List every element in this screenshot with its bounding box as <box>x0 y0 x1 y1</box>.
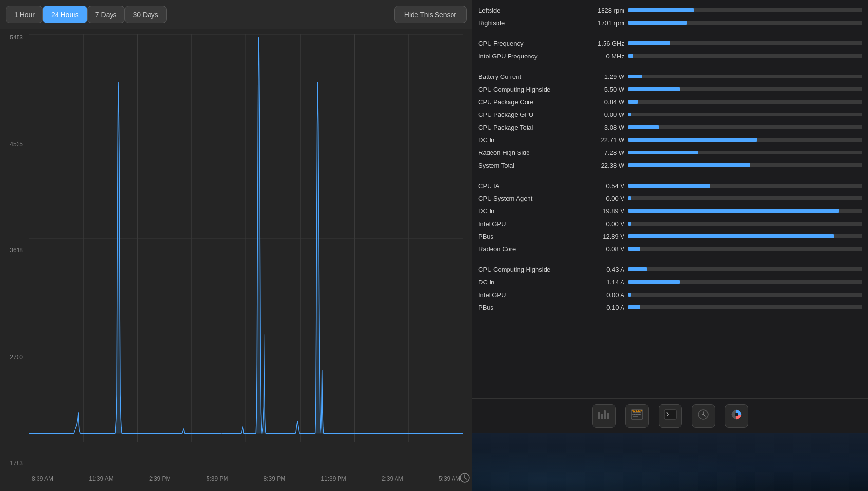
sensor-name-label: System Total <box>478 162 576 169</box>
sensor-row: DC In19.89 V <box>472 205 868 217</box>
sensor-row: CPU IA0.54 V <box>472 179 868 192</box>
sensor-name-label: DC In <box>478 208 576 215</box>
sensor-name-label: PBus <box>478 304 576 311</box>
sensor-row: CPU Package Core0.84 W <box>472 95 868 108</box>
time-button-2[interactable]: 7 Days <box>87 6 125 23</box>
sensor-name-label: Intel GPU Frequency <box>478 53 576 60</box>
sensor-value-label: 7.28 W <box>576 149 624 156</box>
sensor-row: PBus0.10 A <box>472 301 868 314</box>
sensor-bar <box>628 247 640 251</box>
sensor-bar <box>628 125 659 129</box>
sensor-bar-container <box>628 280 862 284</box>
hide-sensor-button[interactable]: Hide This Sensor <box>394 6 467 23</box>
sensor-value-label: 19.89 V <box>576 208 624 215</box>
sensor-bar-container <box>628 125 862 129</box>
sensor-bar-container <box>628 41 862 45</box>
sensor-bar-container <box>628 21 862 25</box>
sensor-value-label: 0.00 V <box>576 220 624 227</box>
sensor-bar-container <box>628 54 862 58</box>
sensor-bar <box>628 41 670 45</box>
sensor-bar <box>628 113 631 116</box>
sensor-name-label: CPU IA <box>478 182 576 189</box>
sensor-name-label: CPU Frequency <box>478 40 576 47</box>
svg-point-40 <box>702 414 704 415</box>
sensor-bar-container <box>628 163 862 167</box>
istatmenus-icon[interactable] <box>725 404 748 428</box>
clock-icon-wrapper <box>459 472 470 485</box>
sensor-row: CPU Package GPU0.00 W <box>472 108 868 121</box>
sensor-row: CPU Computing Highside0.43 A <box>472 263 868 276</box>
sensor-value-label: 5.50 W <box>576 86 624 93</box>
sensor-name-label: CPU Package GPU <box>478 111 576 118</box>
time-buttons: 1 Hour24 Hours7 Days30 Days <box>6 6 167 23</box>
left-panel: 1 Hour24 Hours7 Days30 Days Hide This Se… <box>0 0 472 491</box>
sensor-bar <box>628 100 638 104</box>
sensor-bar-container <box>628 222 862 226</box>
sensor-divider <box>472 64 868 70</box>
sensor-bar <box>628 293 631 297</box>
sensor-value-label: 3.08 W <box>576 124 624 131</box>
sensor-name-label: Battery Current <box>478 73 576 80</box>
sensor-divider <box>472 173 868 179</box>
time-button-3[interactable]: 30 Days <box>125 6 166 23</box>
activity-monitor-icon[interactable] <box>592 404 616 428</box>
dock-bar: WARND LY 7:36 ❯_ <box>472 398 868 433</box>
svg-line-26 <box>465 478 467 479</box>
sensor-bar-container <box>628 196 862 200</box>
background-image <box>472 433 868 491</box>
x-label: 5:39 AM <box>439 475 460 482</box>
sensor-bar <box>628 8 694 12</box>
sensor-row: Intel GPU Frequency0 MHz <box>472 50 868 62</box>
sensor-name-label: PBus <box>478 233 576 240</box>
sensor-value-label: 0.08 V <box>576 246 624 253</box>
x-label: 8:39 AM <box>32 475 53 482</box>
sensor-row: Rightside1701 rpm <box>472 17 868 29</box>
distiller-icon[interactable] <box>692 404 715 428</box>
sensor-divider <box>472 31 868 37</box>
sensor-name-label: CPU Computing Highside <box>478 266 576 273</box>
sensor-name-label: DC In <box>478 136 576 144</box>
sensor-bar <box>628 87 680 91</box>
sensor-name-label: Rightside <box>478 19 576 27</box>
sensor-row: PBus12.89 V <box>472 230 868 243</box>
sensor-bar <box>628 138 757 142</box>
svg-rect-29 <box>604 410 606 419</box>
sensor-value-label: 22.38 W <box>576 162 624 169</box>
sensor-value-label: 0.00 V <box>576 195 624 202</box>
terminal-icon[interactable]: ❯_ <box>659 404 682 428</box>
y-axis-labels: 54534535361827001783 <box>0 34 27 467</box>
sensor-value-label: 1.29 W <box>576 73 624 80</box>
sensor-value-label: 1828 rpm <box>576 7 624 14</box>
sensor-row: CPU Frequency1.56 GHz <box>472 37 868 50</box>
sensor-value-label: 0.84 W <box>576 98 624 106</box>
svg-text:WARND: WARND <box>632 409 644 413</box>
x-label: 11:39 AM <box>89 475 113 482</box>
svg-rect-27 <box>598 412 600 419</box>
sensor-bar-container <box>628 247 862 251</box>
sensor-bar <box>628 222 631 226</box>
sensor-row: Leftside1828 rpm <box>472 4 868 17</box>
svg-text:❯_: ❯_ <box>666 411 673 417</box>
sensor-row: CPU Computing Highside5.50 W <box>472 83 868 95</box>
x-label: 5:39 PM <box>207 475 228 482</box>
time-button-0[interactable]: 1 Hour <box>6 6 43 23</box>
sensor-bar <box>628 234 834 238</box>
sensor-bar <box>628 75 642 78</box>
x-axis: 8:39 AM11:39 AM2:39 PM5:39 PM8:39 PM11:3… <box>29 467 463 491</box>
sensor-row: System Total22.38 W <box>472 159 868 171</box>
sensor-row: DC In1.14 A <box>472 276 868 288</box>
sensor-row: CPU Package Total3.08 W <box>472 121 868 133</box>
sensor-bar <box>628 196 631 200</box>
sensor-name-label: Radeon High Side <box>478 149 576 156</box>
sensor-row: Radeon Core0.08 V <box>472 243 868 255</box>
sensor-bar <box>628 21 687 25</box>
toolbar: 1 Hour24 Hours7 Days30 Days Hide This Se… <box>0 0 472 29</box>
sensor-group: CPU Frequency1.56 GHzIntel GPU Frequency… <box>472 37 868 62</box>
sensor-bar <box>628 305 640 309</box>
time-button-1[interactable]: 24 Hours <box>43 6 87 23</box>
sensor-value-label: 22.71 W <box>576 136 624 144</box>
warning-log-icon[interactable]: WARND LY 7:36 <box>625 404 649 428</box>
sensor-bar-container <box>628 305 862 309</box>
sensor-name-label: CPU Package Core <box>478 98 576 106</box>
clock-icon <box>459 472 470 483</box>
